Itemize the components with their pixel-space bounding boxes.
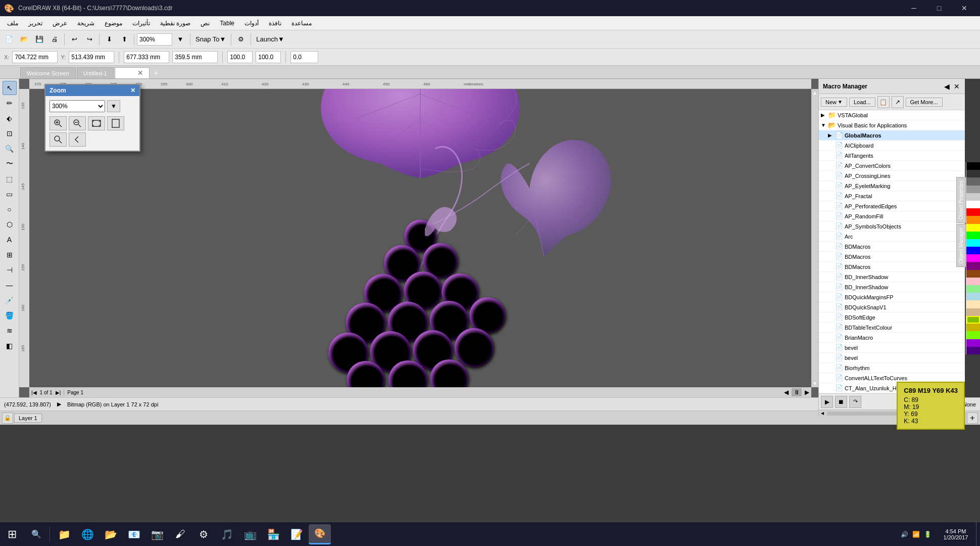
menu-edit[interactable]: تحرير xyxy=(23,18,47,29)
zoom-tool[interactable]: 🔍 xyxy=(3,142,17,156)
run-macro-button[interactable]: ▶ xyxy=(821,396,833,408)
macro-copy-button[interactable]: 📋 xyxy=(877,96,890,108)
taskbar-search[interactable]: 🔍 xyxy=(24,522,48,547)
scroll-down-button[interactable]: ▼ xyxy=(812,380,817,387)
options-gear[interactable]: ⚙ xyxy=(234,32,248,47)
x-input[interactable] xyxy=(12,51,58,63)
scale-x-input[interactable] xyxy=(227,51,253,63)
blend-tool[interactable]: ≋ xyxy=(3,324,17,338)
shape-edit-tool[interactable]: ⬖ xyxy=(3,111,17,125)
angle-input[interactable] xyxy=(290,51,318,63)
macro-panel-close[interactable]: ✕ xyxy=(953,82,961,90)
close-button[interactable]: ✕ xyxy=(953,0,976,16)
connector-tool[interactable]: — xyxy=(3,278,17,292)
menu-help[interactable]: مساعدة xyxy=(286,18,317,29)
scroll-right-button[interactable]: ▶ xyxy=(805,389,809,396)
maximize-button[interactable]: □ xyxy=(927,0,951,16)
swatch-olive[interactable] xyxy=(966,324,980,331)
taskbar-coreldraw[interactable]: 🎨 xyxy=(309,524,331,544)
macro-item-biorhythm[interactable]: 📄 Biorhythm xyxy=(819,363,965,373)
dropper-tool[interactable]: 💉 xyxy=(3,293,17,307)
menu-slide[interactable]: شريحة xyxy=(72,18,100,29)
swatch-magenta[interactable] xyxy=(966,254,980,262)
swatch-gray[interactable] xyxy=(966,177,980,185)
transparency-tool[interactable]: ◧ xyxy=(3,339,17,353)
zoom-input[interactable] xyxy=(137,33,172,46)
zoom-prev-button[interactable] xyxy=(69,132,86,147)
menu-table[interactable]: Table xyxy=(215,18,239,29)
macro-item-bevel-1[interactable]: 📄 bevel xyxy=(819,343,965,353)
tab-untitled[interactable]: Untitled-1 xyxy=(77,67,114,78)
macro-list[interactable]: ▶ 📁 VSTAGlobal ▼ 📂 Visual Basic for Appl… xyxy=(819,110,965,393)
open-button[interactable]: 📂 xyxy=(17,32,31,47)
macro-item-ap-fractal[interactable]: 📄 AP_Fractal xyxy=(819,191,965,201)
taskbar-clock[interactable]: 4:54 PM 1/20/2017 xyxy=(936,528,976,540)
swatch-white[interactable] xyxy=(966,201,980,208)
swatch-yellow[interactable] xyxy=(966,224,980,232)
table-tool[interactable]: ⊞ xyxy=(3,248,17,262)
scroll-up-button[interactable]: ▲ xyxy=(812,89,817,97)
taskbar-email[interactable]: 📧 xyxy=(123,524,145,544)
taskbar-word[interactable]: 📝 xyxy=(285,524,308,544)
macro-get-more-button[interactable]: Get More... xyxy=(906,98,943,107)
layer-add-button[interactable]: + xyxy=(967,413,978,424)
zoom-in-button[interactable] xyxy=(50,116,67,130)
undo-button[interactable]: ↩ xyxy=(67,32,81,47)
tab-close-icon[interactable]: ✕ xyxy=(137,69,143,77)
macro-item-bdsoftedge[interactable]: 📄 BDSoftEdge xyxy=(819,312,965,323)
crop-tool[interactable]: ⊡ xyxy=(3,126,17,141)
height-input[interactable] xyxy=(172,51,218,63)
swatch-indigo[interactable] xyxy=(966,347,980,354)
parallel-dimension-tool[interactable]: ⊣ xyxy=(3,263,17,277)
menu-effects[interactable]: تأثيرات xyxy=(127,18,155,29)
macro-item-bdquicksnapv1[interactable]: 📄 BDQuickSnapV1 xyxy=(819,302,965,312)
taskbar-file-explorer[interactable]: 📁 xyxy=(53,524,75,544)
macro-item-bdmacros-3[interactable]: 📄 BDMacros xyxy=(819,262,965,272)
scrollbar-vertical[interactable]: ▲ ▼ xyxy=(811,89,818,387)
swatch-orange[interactable] xyxy=(966,216,980,223)
taskbar-folder[interactable]: 📂 xyxy=(100,524,122,544)
canvas-content[interactable] xyxy=(29,89,811,387)
stop-macro-button[interactable]: ⏹ xyxy=(835,396,847,408)
swatch-blue[interactable] xyxy=(966,247,980,254)
menu-bitmap[interactable]: صورة نقطية xyxy=(155,18,195,29)
step-macro-button[interactable]: ↷ xyxy=(849,396,861,408)
macro-item-globalmacros[interactable]: ▶ 📄 GlobalMacros xyxy=(819,130,965,141)
minimize-button[interactable]: ─ xyxy=(902,0,925,16)
macro-item-bdmacros-1[interactable]: 📄 BDMacros xyxy=(819,242,965,252)
swatch-mid[interactable] xyxy=(966,186,980,193)
macro-export-button[interactable]: ↗ xyxy=(892,96,904,108)
color-swatches[interactable] xyxy=(966,162,980,354)
macro-item-ap-eyeletmarking[interactable]: 📄 AP_EyeletMarking xyxy=(819,181,965,191)
swatch-black[interactable] xyxy=(966,162,980,170)
menu-subject[interactable]: موضوع xyxy=(100,18,127,29)
print-button[interactable]: 🖨 xyxy=(47,32,62,47)
polygon-tool[interactable]: ⬡ xyxy=(3,217,17,232)
swatch-purple[interactable] xyxy=(966,262,980,269)
snap-to-button[interactable]: Snap To ▼ xyxy=(193,32,228,47)
macro-item-alltangents[interactable]: 📄 AllTangents xyxy=(819,151,965,161)
ellipse-tool[interactable]: ○ xyxy=(3,202,17,216)
tab-welcome-screen[interactable]: Welcome Screen xyxy=(20,67,76,78)
show-desktop-button[interactable] xyxy=(976,522,980,547)
macro-item-bdquickmarginsfp[interactable]: 📄 BDQuickMarginsFP xyxy=(819,292,965,302)
first-page-button[interactable]: |◀ xyxy=(31,390,37,395)
tab-3cdr[interactable]: 3.cdr ✕ xyxy=(115,67,150,78)
object-manager-tab[interactable]: Object Manager xyxy=(956,224,966,267)
redo-button[interactable]: ↪ xyxy=(82,32,96,47)
menu-text[interactable]: نص xyxy=(195,18,215,29)
zoom-out-button[interactable] xyxy=(69,116,86,130)
macro-item-vba[interactable]: ▼ 📂 Visual Basic for Applications xyxy=(819,120,965,130)
macro-item-ap-randomfill[interactable]: 📄 AP_RandomFill xyxy=(819,211,965,221)
swatch-light[interactable] xyxy=(966,193,980,201)
macro-load-button[interactable]: Load... xyxy=(849,98,875,107)
select-tool[interactable]: ↖ xyxy=(3,81,17,95)
menu-file[interactable]: ملف xyxy=(2,18,23,29)
new-button[interactable]: 📄 xyxy=(2,32,16,47)
pause-button[interactable]: ⏸ xyxy=(792,388,802,396)
taskbar-ie[interactable]: 🌐 xyxy=(76,524,99,544)
freehand-tool[interactable]: ✏ xyxy=(3,96,17,110)
import-button[interactable]: ⬇ xyxy=(102,32,116,47)
export-button[interactable]: ⬆ xyxy=(117,32,131,47)
save-button[interactable]: 💾 xyxy=(32,32,46,47)
